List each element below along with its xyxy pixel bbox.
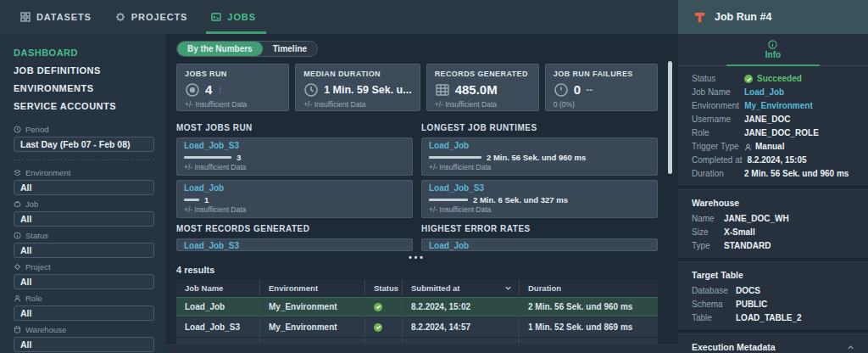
stat-footer: +/- Insufficient Data (185, 100, 281, 109)
vertical-scrollbar[interactable] (668, 61, 672, 174)
chart-item: Load_Job 2 Min. 56 Sek. und 960 ms +/- I… (421, 137, 658, 176)
person-icon (744, 143, 752, 151)
stat-title: JOB RUN FAILURES (554, 70, 649, 78)
cell-duration: 2 Min. 56 Sek. und 960 ms (519, 297, 658, 317)
info-section: Status Succeeded Job NameLoad_Job Enviro… (678, 66, 868, 186)
table-bottom-strip (166, 344, 678, 353)
bar-value: 3 (236, 153, 241, 162)
column-header-job-name[interactable]: Job Name (176, 280, 259, 296)
toggle-timeline[interactable]: Timeline (263, 42, 317, 56)
job-link[interactable]: Load_Job_S3 (429, 183, 650, 193)
status-select[interactable]: All (14, 243, 154, 258)
column-header-submitted-at[interactable]: Submitted at (402, 280, 519, 296)
stat-footer: 0 (0%) (554, 100, 649, 109)
stat-title: MEDIAN DURATION (303, 70, 412, 78)
detail-value: STANDARD (724, 241, 771, 251)
filter-list: Period Last Day (Feb 07 - Feb 08) Enviro… (14, 125, 154, 352)
job-select[interactable]: All (14, 211, 154, 227)
detail-value: X-Small (724, 227, 755, 238)
table-row[interactable]: Load_Job_S3 My_Environment 8.2.2024, 14:… (176, 317, 658, 337)
bar (184, 199, 199, 201)
carousel-dots[interactable]: ••• (176, 253, 658, 262)
chart-item: Load_Job_S3 (176, 238, 413, 251)
nav-tab-label: PROJECTS (131, 12, 188, 22)
results-count: 4 results (176, 265, 658, 275)
briefcase-icon (14, 200, 21, 208)
detail-label: Type (692, 241, 724, 251)
job-link[interactable]: Load_Job (429, 241, 650, 250)
bar-value: 2 Min. 56 Sek. und 960 ms (487, 153, 586, 162)
sidebar-item-environments[interactable]: ENVIRONMENTS (14, 83, 154, 93)
detail-panel-header: Job Run #4 (678, 0, 868, 34)
chevron-up-icon[interactable] (847, 344, 854, 351)
filter-label: Environment (25, 168, 70, 177)
period-select[interactable]: Last Day (Feb 07 - Feb 08) (14, 137, 154, 152)
nav-tab-jobs[interactable]: JOBS (211, 0, 256, 34)
detail-label: Role (692, 128, 744, 138)
status-succeeded: Succeeded (744, 74, 802, 84)
job-link[interactable]: Load_Job (429, 141, 650, 150)
tab-label: Info (765, 50, 781, 59)
job-link[interactable]: Load_Job (184, 183, 405, 193)
column-header-status[interactable]: Status (364, 280, 402, 296)
nav-tab-label: DATASETS (36, 12, 92, 22)
tab-info[interactable]: Info (765, 40, 781, 59)
column-header-environment[interactable]: Environment (259, 280, 364, 296)
role-select[interactable]: All (14, 305, 154, 321)
cell-environment: My_Environment (259, 317, 364, 337)
detail-value: Manual (744, 142, 784, 152)
check-circle-icon (374, 323, 382, 332)
job-link[interactable]: Load_Job_S3 (184, 141, 405, 150)
bar-value: 1 (204, 195, 209, 205)
bar (429, 199, 468, 201)
section-title: MOST RECORDS GENERATED (176, 224, 413, 233)
chart-panels: MOST JOBS RUN Load_Job_S3 3 +/- Insuffic… (176, 121, 658, 222)
chart-footer: +/- Insufficient Data (429, 163, 650, 171)
chart-item: Load_Job_S3 2 Min. 6 Sek. und 327 ms +/-… (421, 180, 658, 218)
no-trend-dash: -- (586, 84, 593, 96)
section-title: LONGEST JOB RUNTIMES (421, 123, 658, 132)
environment-select[interactable]: All (14, 180, 154, 195)
warehouse-section: Warehouse NameJANE_DOC_WH SizeX-Small Ty… (678, 190, 868, 258)
detail-label: Schema (692, 300, 736, 310)
filter-label: Project (25, 262, 51, 272)
job-runs-table: Job Name Environment Status Submitted at… (176, 280, 658, 353)
sidebar-item-job-definitions[interactable]: JOB DEFINITIONS (14, 65, 154, 76)
nav-tab-label: JOBS (227, 12, 256, 22)
stat-title: JOBS RUN (185, 70, 281, 78)
gear-icon (115, 12, 125, 22)
warehouse-select[interactable]: All (14, 337, 154, 352)
stat-value: 4 (205, 82, 212, 97)
filter-environment: Environment All (14, 168, 154, 195)
nav-tab-projects[interactable]: PROJECTS (115, 0, 188, 34)
column-label: Submitted at (411, 283, 460, 293)
bar-value: 2 Min. 6 Sek. und 327 ms (473, 195, 568, 205)
info-circle-icon (14, 232, 21, 239)
detail-label: Username (692, 115, 744, 125)
environment-link[interactable]: My_Environment (744, 101, 813, 111)
column-header-duration[interactable]: Duration (519, 280, 658, 296)
detail-label: Job Name (692, 87, 744, 98)
filter-label: Warehouse (25, 325, 66, 334)
detail-value: 2 Min. 56 Sek. und 960 ms (744, 169, 849, 179)
toggle-by-the-numbers[interactable]: By the Numbers (177, 42, 263, 56)
sidebar-item-service-accounts[interactable]: SERVICE ACCOUNTS (14, 101, 154, 111)
filter-label: Period (25, 125, 48, 134)
detail-value: JANE_DOC (744, 115, 790, 125)
table-row[interactable]: Load_Job My_Environment 8.2.2024, 15:02 … (176, 297, 658, 317)
sidebar-item-dashboard[interactable]: DASHBOARD (14, 48, 154, 58)
job-name-link[interactable]: Load_Job (744, 87, 784, 98)
stat-footer: +/- Insufficient Data (435, 100, 531, 109)
filter-status: Status All (14, 231, 154, 258)
section-title: HIGHEST ERROR RATES (421, 224, 658, 233)
cell-environment: My_Environment (259, 297, 364, 317)
chevron-down-icon[interactable] (504, 284, 512, 292)
alert-circle-icon (554, 82, 569, 98)
job-link[interactable]: Load_Job_S3 (184, 241, 405, 250)
filter-label: Status (25, 231, 48, 240)
cell-submitted-at: 8.2.2024, 14:57 (402, 317, 519, 337)
stat-card-median-duration: MEDIAN DURATION 1 Min. 59 Sek. u... +/- … (295, 64, 420, 111)
project-select[interactable]: All (14, 274, 154, 289)
most-jobs-run-column: MOST JOBS RUN Load_Job_S3 3 +/- Insuffic… (176, 121, 413, 222)
nav-tab-datasets[interactable]: DATASETS (20, 0, 92, 34)
